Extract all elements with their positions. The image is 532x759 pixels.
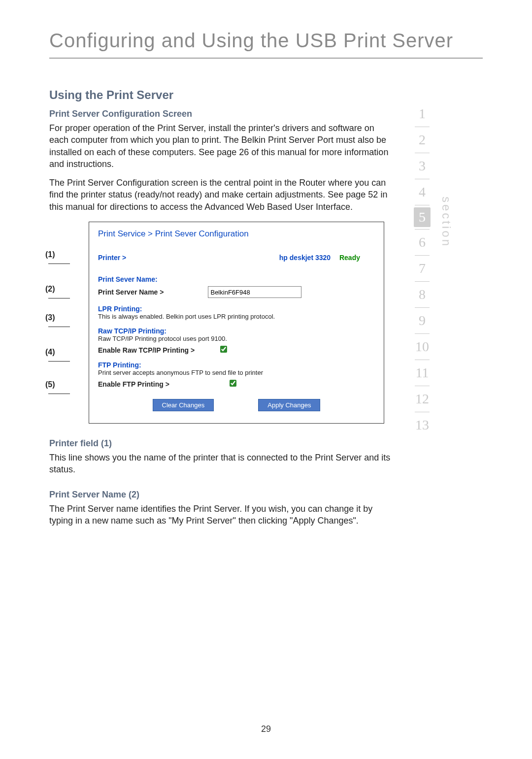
paragraph-2: The Print Server Configuration screen is…	[49, 177, 394, 213]
printer-name: hp deskjet 3320	[279, 254, 331, 262]
section-tab-10[interactable]: 10	[415, 336, 429, 358]
lpr-description: This is always enabled. Belkin port uses…	[98, 313, 375, 320]
paragraph-3: This line shows you the name of the prin…	[49, 452, 394, 476]
raw-heading: Raw TCP/IP Printing:	[98, 327, 375, 335]
screenshot-figure: (1) (2) (3) (4) (5) Print Service > Prin…	[49, 222, 394, 424]
section-divider	[415, 255, 430, 256]
page-title: Configuring and Using the USB Print Serv…	[49, 30, 483, 59]
section-tab-11[interactable]: 11	[416, 362, 429, 384]
section-divider	[415, 205, 430, 205]
ftp-enable-label: Enable FTP Printing >	[98, 380, 169, 388]
section-divider	[415, 229, 430, 230]
section-tab-5[interactable]: 5	[414, 207, 431, 227]
section-divider	[415, 307, 430, 308]
section-tab-12[interactable]: 12	[415, 388, 429, 410]
apply-changes-button[interactable]: Apply Changes	[258, 399, 320, 411]
heading-print-server-name: Print Server Name (2)	[49, 490, 394, 500]
ftp-enable-checkbox[interactable]	[230, 380, 236, 387]
raw-description: Raw TCP/IP Printing protocol uses port 9…	[98, 335, 375, 342]
main-content: Using the Print Server Print Server Conf…	[49, 88, 394, 533]
section-tab-9[interactable]: 9	[419, 310, 426, 331]
page-number: 29	[0, 724, 532, 734]
callout-5: (5)	[45, 380, 70, 398]
section-tab-8[interactable]: 8	[419, 284, 426, 305]
section-tab-2[interactable]: 2	[419, 129, 426, 151]
heading-using-print-server: Using the Print Server	[49, 88, 394, 102]
section-divider	[415, 153, 430, 153]
print-server-name-label: Print Server Name >	[98, 288, 164, 296]
heading-printer-field: Printer field (1)	[49, 438, 394, 449]
clear-changes-button[interactable]: Clear Changes	[153, 399, 214, 411]
lpr-heading: LPR Printing:	[98, 305, 375, 313]
printer-label[interactable]: Printer >	[98, 254, 126, 262]
section-tab-1[interactable]: 1	[419, 103, 426, 125]
section-divider	[415, 127, 430, 127]
callout-4: (4)	[45, 348, 70, 365]
ftp-description: Print server accepts anonymous FTP to se…	[98, 369, 375, 376]
section-tab-13[interactable]: 13	[415, 414, 429, 436]
paragraph-1: For proper operation of the Print Server…	[49, 122, 394, 170]
breadcrumb: Print Service > Print Sever Configuratio…	[98, 229, 375, 239]
callout-2: (2)	[45, 285, 70, 302]
print-server-name-heading: Print Sever Name:	[98, 275, 375, 283]
section-vertical-label: section	[439, 197, 453, 533]
section-tab-3[interactable]: 3	[419, 155, 426, 177]
paragraph-4: The Print Server name identifies the Pri…	[49, 503, 394, 527]
print-server-name-input[interactable]	[208, 286, 301, 298]
section-divider	[415, 360, 430, 360]
section-tab-6[interactable]: 6	[419, 231, 426, 253]
raw-enable-checkbox[interactable]	[220, 346, 227, 353]
section-divider	[415, 412, 430, 412]
section-divider	[415, 281, 430, 282]
raw-enable-label: Enable Raw TCP/IP Printing >	[98, 346, 195, 354]
config-screenshot: Print Service > Print Sever Configuratio…	[89, 222, 384, 424]
section-numbers: 12345678910111213	[414, 103, 431, 533]
section-tab-4[interactable]: 4	[419, 181, 426, 203]
section-sidebar: 12345678910111213 section	[414, 103, 473, 533]
ftp-heading: FTP Printing:	[98, 361, 375, 369]
section-divider	[415, 179, 430, 179]
section-tab-7[interactable]: 7	[419, 258, 426, 279]
heading-config-screen: Print Server Configuration Screen	[49, 109, 394, 119]
callout-3: (3)	[45, 313, 70, 331]
section-divider	[415, 333, 430, 334]
callout-1: (1)	[45, 250, 70, 268]
section-divider	[415, 386, 430, 386]
printer-status: Ready	[339, 254, 360, 262]
